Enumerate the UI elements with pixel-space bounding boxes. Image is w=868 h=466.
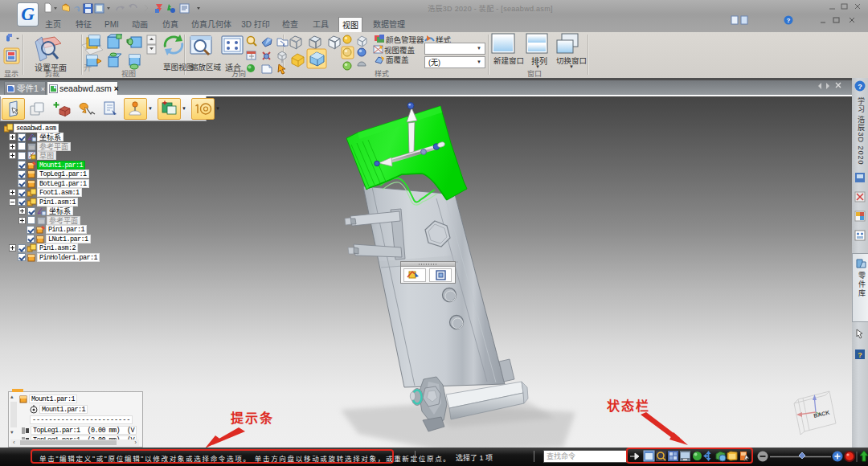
svg-text:提示条: 提示条 bbox=[231, 411, 274, 425]
svg-text:?: ? bbox=[858, 351, 862, 359]
svg-text:?: ? bbox=[787, 17, 791, 24]
svg-text:状态栏: 状态栏 bbox=[607, 399, 650, 413]
svg-text:?: ? bbox=[858, 83, 862, 91]
